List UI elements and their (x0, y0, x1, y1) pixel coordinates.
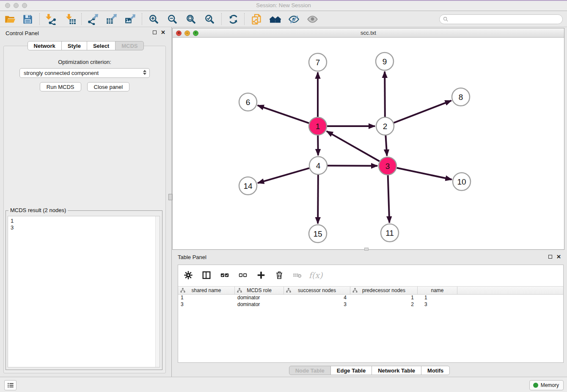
hide-panel-icon[interactable] (286, 12, 301, 26)
column-header-MCDS-role[interactable]: MCDS role (235, 287, 284, 294)
cell-successor-nodes[interactable]: 4 (284, 295, 350, 301)
status-bar: Memory (0, 377, 567, 392)
table-header-row[interactable]: shared nameMCDS rolesuccessor nodesprede… (178, 286, 563, 295)
deselect-all-icon[interactable] (237, 269, 249, 281)
column-header-shared-name[interactable]: shared name (178, 287, 235, 294)
control-panel-title: Control Panel (6, 30, 39, 36)
copy-network-icon[interactable] (249, 12, 264, 26)
open-folder-icon[interactable] (3, 12, 17, 26)
tab-select[interactable]: Select (87, 41, 116, 50)
import-table-icon[interactable] (63, 12, 78, 26)
tab-style[interactable]: Style (61, 41, 87, 50)
column-header-predecessor-nodes[interactable]: predecessor nodes (350, 287, 418, 294)
cell-MCDS-role[interactable]: dominator (235, 295, 284, 301)
cell-predecessor-nodes[interactable]: 1 (350, 295, 418, 301)
zoom-out-icon[interactable] (165, 12, 179, 26)
control-panel: Control Panel ✕ NetworkStyleSelectMCDS O… (0, 27, 172, 377)
optimization-criterion-select[interactable]: strongly connected component (19, 68, 150, 78)
cell-shared-name[interactable]: 1 (178, 295, 235, 301)
edge-3-10[interactable] (397, 168, 452, 179)
table-row[interactable]: 1dominator411 (178, 295, 563, 301)
tab-mcds[interactable]: MCDS (115, 41, 144, 50)
column-view-icon[interactable] (201, 269, 212, 281)
add-column-icon[interactable] (255, 269, 267, 281)
edge-4-15[interactable] (318, 175, 318, 224)
zoom-in-icon[interactable] (146, 12, 161, 26)
network-graph[interactable]: 1234678910111415 (173, 38, 564, 250)
tab-network[interactable]: Network (28, 41, 62, 50)
mcds-pane: Optimization criterion: strongly connect… (3, 46, 166, 373)
node-label-9: 9 (383, 57, 387, 66)
cell-name[interactable]: 3 (418, 301, 457, 308)
select-all-icon[interactable] (219, 269, 231, 281)
table-row[interactable]: 3dominator323 (178, 301, 563, 308)
node-label-3: 3 (385, 162, 390, 171)
node-label-15: 15 (313, 229, 322, 238)
zoom-fit-icon[interactable] (184, 12, 198, 26)
edge-3-11[interactable] (388, 175, 390, 223)
node-label-1: 1 (316, 122, 320, 131)
cell-name[interactable]: 1 (418, 295, 457, 301)
column-header-successor-nodes[interactable]: successor nodes (284, 287, 350, 294)
edge-1-4[interactable] (318, 135, 318, 155)
float-panel-icon[interactable] (153, 30, 157, 34)
select-value: strongly connected component (24, 70, 99, 76)
show-panel-icon[interactable] (305, 12, 319, 26)
delete-icon[interactable] (273, 269, 285, 281)
network-view-window[interactable]: ✕ − + scc.txt 1234678910111415 (172, 28, 564, 250)
node-label-4: 4 (316, 161, 321, 170)
session-title: Session: New Session (0, 2, 567, 8)
node-table[interactable]: shared nameMCDS rolesuccessor nodesprede… (178, 286, 563, 308)
cell-MCDS-role[interactable]: dominator (235, 301, 284, 308)
tab-edge-table[interactable]: Edge Table (330, 366, 372, 375)
refresh-icon[interactable] (226, 12, 240, 26)
toolbar-separator (142, 13, 142, 25)
search-box[interactable] (439, 14, 563, 24)
import-network-icon[interactable] (43, 12, 58, 26)
mcds-result-fieldset: MCDS result (2 nodes) 1 3 (6, 210, 162, 370)
function-builder-icon[interactable]: f(x) (310, 269, 322, 281)
export-network-icon[interactable] (85, 12, 100, 26)
memory-button[interactable]: Memory (529, 380, 564, 390)
cell-predecessor-nodes[interactable]: 2 (350, 301, 418, 308)
mcds-result-textarea[interactable]: 1 3 (8, 216, 160, 367)
zoom-selected-icon[interactable] (202, 12, 217, 26)
toolbar-separator (221, 13, 222, 25)
node-label-2: 2 (383, 122, 388, 131)
column-header-name[interactable]: name (418, 287, 457, 294)
node-label-6: 6 (246, 98, 250, 107)
tab-network-table[interactable]: Network Table (372, 366, 421, 375)
node-label-14: 14 (243, 182, 253, 190)
search-input[interactable] (451, 16, 562, 23)
edge-2-9[interactable] (385, 72, 385, 117)
cell-shared-name[interactable]: 3 (178, 301, 235, 308)
gear-icon[interactable] (182, 269, 194, 281)
window-resize-grip[interactable] (364, 248, 369, 251)
cell-successor-nodes[interactable]: 3 (284, 301, 350, 308)
list-icon (7, 381, 14, 389)
export-image-icon[interactable] (123, 12, 137, 26)
export-table-icon[interactable] (104, 12, 118, 26)
close-table-panel-icon[interactable]: ✕ (556, 254, 561, 259)
delete-column-icon[interactable] (292, 269, 303, 281)
result-scrollbar[interactable] (155, 216, 160, 367)
tab-motifs[interactable]: Motifs (421, 366, 450, 375)
close-panel-button[interactable]: Close panel (87, 82, 130, 91)
main-toolbar (0, 11, 567, 27)
edge-1-6[interactable] (258, 105, 309, 123)
tab-node-table[interactable]: Node Table (289, 366, 331, 375)
edge-3-1[interactable] (327, 131, 380, 161)
edge-4-14[interactable] (258, 168, 309, 183)
close-panel-icon[interactable]: ✕ (161, 30, 165, 35)
float-table-panel-icon[interactable] (548, 255, 552, 259)
edge-2-3[interactable] (385, 135, 387, 156)
edge-4-3[interactable] (328, 166, 377, 166)
titlebar-accent (0, 0, 567, 1)
edge-2-8[interactable] (394, 101, 451, 123)
save-icon[interactable] (20, 12, 35, 26)
panel-splitter-handle[interactable] (168, 194, 172, 200)
network-window-titlebar[interactable]: ✕ − + scc.txt (173, 28, 564, 38)
run-mcds-button[interactable]: Run MCDS (40, 82, 81, 91)
home-icon[interactable] (268, 12, 282, 26)
task-history-button[interactable] (4, 380, 17, 390)
